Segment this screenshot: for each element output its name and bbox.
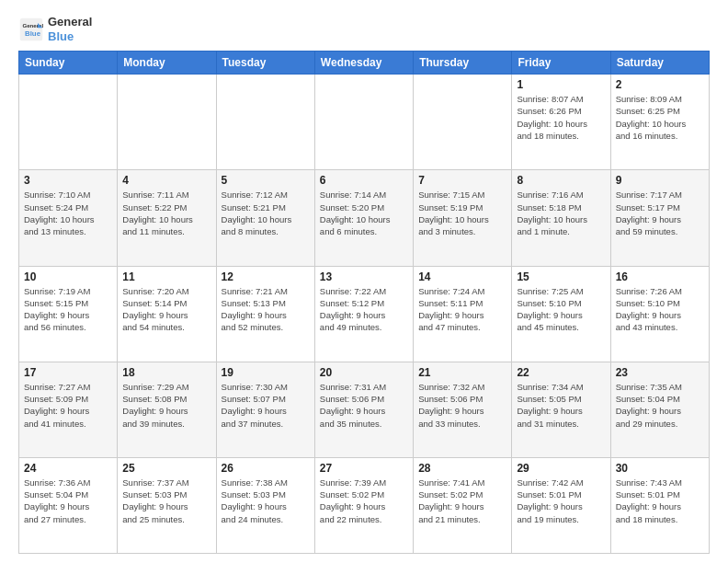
- calendar-day-header: Tuesday: [216, 52, 314, 75]
- day-number: 14: [418, 270, 506, 283]
- page: General Blue General Blue SundayMondayTu…: [0, 0, 728, 563]
- calendar-header-row: SundayMondayTuesdayWednesdayThursdayFrid…: [19, 52, 710, 75]
- calendar-cell: 9Sunrise: 7:17 AM Sunset: 5:17 PM Daylig…: [610, 170, 709, 266]
- day-info: Sunrise: 7:19 AM Sunset: 5:15 PM Dayligh…: [24, 285, 112, 334]
- calendar-cell: 28Sunrise: 7:41 AM Sunset: 5:02 PM Dayli…: [414, 457, 512, 553]
- day-number: 17: [24, 366, 112, 379]
- calendar-cell: 4Sunrise: 7:11 AM Sunset: 5:22 PM Daylig…: [118, 170, 216, 266]
- calendar-cell: [118, 75, 216, 170]
- calendar-day-header: Monday: [118, 52, 216, 75]
- calendar-cell: [19, 75, 118, 170]
- calendar-day-header: Thursday: [414, 52, 512, 75]
- calendar-cell: 12Sunrise: 7:21 AM Sunset: 5:13 PM Dayli…: [216, 266, 314, 362]
- calendar-week-row: 3Sunrise: 7:10 AM Sunset: 5:24 PM Daylig…: [19, 170, 710, 266]
- day-number: 25: [122, 462, 210, 475]
- day-info: Sunrise: 7:24 AM Sunset: 5:11 PM Dayligh…: [418, 285, 506, 334]
- calendar-cell: [216, 75, 314, 170]
- calendar-cell: 11Sunrise: 7:20 AM Sunset: 5:14 PM Dayli…: [118, 266, 216, 362]
- day-number: 24: [24, 462, 112, 475]
- day-number: 18: [122, 366, 210, 379]
- calendar-week-row: 24Sunrise: 7:36 AM Sunset: 5:04 PM Dayli…: [19, 457, 710, 553]
- day-number: 22: [517, 366, 605, 379]
- day-info: Sunrise: 7:32 AM Sunset: 5:06 PM Dayligh…: [418, 381, 506, 430]
- day-number: 11: [122, 270, 210, 283]
- calendar-week-row: 10Sunrise: 7:19 AM Sunset: 5:15 PM Dayli…: [19, 266, 710, 362]
- day-number: 1: [517, 78, 605, 91]
- day-info: Sunrise: 7:27 AM Sunset: 5:09 PM Dayligh…: [24, 381, 112, 430]
- day-number: 27: [320, 462, 408, 475]
- day-number: 19: [222, 366, 310, 379]
- day-number: 2: [616, 78, 704, 91]
- day-number: 10: [24, 270, 112, 283]
- day-info: Sunrise: 8:09 AM Sunset: 6:25 PM Dayligh…: [616, 93, 704, 142]
- day-info: Sunrise: 7:17 AM Sunset: 5:17 PM Dayligh…: [616, 189, 704, 237]
- calendar-cell: [414, 75, 512, 170]
- calendar-cell: 10Sunrise: 7:19 AM Sunset: 5:15 PM Dayli…: [19, 266, 118, 362]
- calendar-cell: 16Sunrise: 7:26 AM Sunset: 5:10 PM Dayli…: [610, 266, 709, 362]
- calendar-cell: 15Sunrise: 7:25 AM Sunset: 5:10 PM Dayli…: [512, 266, 610, 362]
- calendar-cell: 7Sunrise: 7:15 AM Sunset: 5:19 PM Daylig…: [414, 170, 512, 266]
- day-info: Sunrise: 7:26 AM Sunset: 5:10 PM Dayligh…: [616, 285, 704, 334]
- day-number: 15: [517, 270, 605, 283]
- calendar-cell: 29Sunrise: 7:42 AM Sunset: 5:01 PM Dayli…: [512, 457, 610, 553]
- day-number: 16: [616, 270, 704, 283]
- day-info: Sunrise: 7:34 AM Sunset: 5:05 PM Dayligh…: [517, 381, 605, 430]
- day-number: 5: [222, 174, 310, 187]
- day-info: Sunrise: 7:31 AM Sunset: 5:06 PM Dayligh…: [320, 381, 408, 430]
- calendar-cell: 23Sunrise: 7:35 AM Sunset: 5:04 PM Dayli…: [610, 362, 709, 457]
- calendar-day-header: Saturday: [610, 52, 709, 75]
- calendar-cell: 5Sunrise: 7:12 AM Sunset: 5:21 PM Daylig…: [216, 170, 314, 266]
- calendar-cell: 24Sunrise: 7:36 AM Sunset: 5:04 PM Dayli…: [19, 457, 118, 553]
- calendar-cell: 20Sunrise: 7:31 AM Sunset: 5:06 PM Dayli…: [314, 362, 413, 457]
- day-info: Sunrise: 7:11 AM Sunset: 5:22 PM Dayligh…: [122, 189, 210, 237]
- calendar-cell: 8Sunrise: 7:16 AM Sunset: 5:18 PM Daylig…: [512, 170, 610, 266]
- day-info: Sunrise: 7:39 AM Sunset: 5:02 PM Dayligh…: [320, 477, 408, 525]
- day-number: 29: [517, 462, 605, 475]
- header: General Blue General Blue: [18, 15, 710, 43]
- day-info: Sunrise: 7:10 AM Sunset: 5:24 PM Dayligh…: [24, 189, 112, 237]
- calendar-cell: 25Sunrise: 7:37 AM Sunset: 5:03 PM Dayli…: [118, 457, 216, 553]
- day-number: 30: [616, 462, 704, 475]
- day-info: Sunrise: 7:20 AM Sunset: 5:14 PM Dayligh…: [122, 285, 210, 334]
- calendar-cell: 27Sunrise: 7:39 AM Sunset: 5:02 PM Dayli…: [314, 457, 413, 553]
- calendar-cell: 6Sunrise: 7:14 AM Sunset: 5:20 PM Daylig…: [314, 170, 413, 266]
- calendar-cell: 26Sunrise: 7:38 AM Sunset: 5:03 PM Dayli…: [216, 457, 314, 553]
- day-info: Sunrise: 7:25 AM Sunset: 5:10 PM Dayligh…: [517, 285, 605, 334]
- calendar-cell: 14Sunrise: 7:24 AM Sunset: 5:11 PM Dayli…: [414, 266, 512, 362]
- day-number: 4: [122, 174, 210, 187]
- day-info: Sunrise: 7:15 AM Sunset: 5:19 PM Dayligh…: [418, 189, 506, 237]
- day-number: 8: [517, 174, 605, 187]
- day-number: 20: [320, 366, 408, 379]
- day-number: 6: [320, 174, 408, 187]
- day-info: Sunrise: 7:42 AM Sunset: 5:01 PM Dayligh…: [517, 477, 605, 525]
- day-number: 26: [222, 462, 310, 475]
- day-info: Sunrise: 7:14 AM Sunset: 5:20 PM Dayligh…: [320, 189, 408, 237]
- day-info: Sunrise: 7:12 AM Sunset: 5:21 PM Dayligh…: [222, 189, 310, 237]
- day-info: Sunrise: 7:43 AM Sunset: 5:01 PM Dayligh…: [616, 477, 704, 525]
- logo: General Blue General Blue: [18, 15, 92, 43]
- day-number: 21: [418, 366, 506, 379]
- day-info: Sunrise: 7:16 AM Sunset: 5:18 PM Dayligh…: [517, 189, 605, 237]
- calendar-cell: 30Sunrise: 7:43 AM Sunset: 5:01 PM Dayli…: [610, 457, 709, 553]
- day-info: Sunrise: 7:35 AM Sunset: 5:04 PM Dayligh…: [616, 381, 704, 430]
- day-info: Sunrise: 7:22 AM Sunset: 5:12 PM Dayligh…: [320, 285, 408, 334]
- day-info: Sunrise: 7:41 AM Sunset: 5:02 PM Dayligh…: [418, 477, 506, 525]
- logo-icon: General Blue: [18, 17, 44, 42]
- calendar-cell: [314, 75, 413, 170]
- calendar-day-header: Wednesday: [314, 52, 413, 75]
- day-info: Sunrise: 8:07 AM Sunset: 6:26 PM Dayligh…: [517, 93, 605, 142]
- day-info: Sunrise: 7:21 AM Sunset: 5:13 PM Dayligh…: [222, 285, 310, 334]
- day-info: Sunrise: 7:30 AM Sunset: 5:07 PM Dayligh…: [222, 381, 310, 430]
- day-number: 9: [616, 174, 704, 187]
- calendar-cell: 21Sunrise: 7:32 AM Sunset: 5:06 PM Dayli…: [414, 362, 512, 457]
- calendar-table: SundayMondayTuesdayWednesdayThursdayFrid…: [18, 51, 710, 554]
- day-number: 7: [418, 174, 506, 187]
- day-number: 3: [24, 174, 112, 187]
- day-number: 13: [320, 270, 408, 283]
- calendar-week-row: 17Sunrise: 7:27 AM Sunset: 5:09 PM Dayli…: [19, 362, 710, 457]
- calendar-day-header: Friday: [512, 52, 610, 75]
- svg-text:Blue: Blue: [25, 29, 41, 38]
- day-info: Sunrise: 7:37 AM Sunset: 5:03 PM Dayligh…: [122, 477, 210, 525]
- calendar-cell: 22Sunrise: 7:34 AM Sunset: 5:05 PM Dayli…: [512, 362, 610, 457]
- calendar-cell: 2Sunrise: 8:09 AM Sunset: 6:25 PM Daylig…: [610, 75, 709, 170]
